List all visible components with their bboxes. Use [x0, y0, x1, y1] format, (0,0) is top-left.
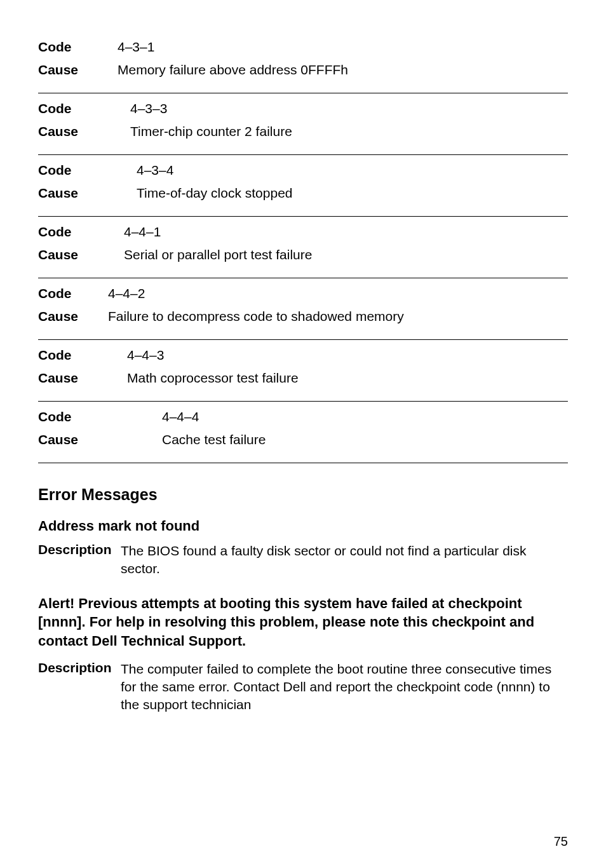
description-text: The computer failed to complete the boot…: [121, 660, 568, 714]
cause-label: Cause: [38, 247, 108, 262]
section-heading: Error Messages: [38, 485, 568, 504]
cause-value: Memory failure above address 0FFFFh: [108, 62, 348, 78]
cause-label: Cause: [38, 186, 108, 201]
beep-code-table: Code 4–3–1 Cause Memory failure above ad…: [38, 32, 568, 463]
code-entry: Code 4–3–4 Cause Time-of-day clock stopp…: [38, 155, 568, 216]
cause-label: Cause: [38, 124, 108, 139]
code-entry: Code 4–4–1 Cause Serial or parallel port…: [38, 217, 568, 278]
cause-value: Time-of-day clock stopped: [108, 186, 293, 201]
code-label: Code: [38, 101, 108, 116]
code-value: 4–4–2: [108, 286, 145, 301]
cause-value: Timer-chip counter 2 failure: [108, 124, 292, 139]
code-label: Code: [38, 409, 108, 424]
description-text: The BIOS found a faulty disk sector or c…: [121, 542, 568, 578]
code-entry: Code 4–3–3 Cause Timer-chip counter 2 fa…: [38, 93, 568, 154]
code-entry: Code 4–4–4 Cause Cache test failure: [38, 402, 568, 463]
code-label: Code: [38, 348, 108, 363]
error-title: Alert! Previous attempts at booting this…: [38, 594, 568, 651]
cause-value: Serial or parallel port test failure: [108, 247, 312, 262]
code-label: Code: [38, 163, 108, 178]
code-entry: Code 4–4–3 Cause Math coprocessor test f…: [38, 340, 568, 401]
code-value: 4–4–4: [108, 409, 199, 424]
cause-value: Cache test failure: [108, 432, 266, 447]
error-title: Address mark not found: [38, 518, 568, 534]
code-value: 4–3–4: [108, 163, 173, 178]
cause-value: Failure to decompress code to shadowed m…: [108, 309, 404, 324]
divider: [38, 463, 568, 463]
cause-label: Cause: [38, 62, 108, 78]
code-value: 4–4–3: [108, 348, 164, 363]
page-number: 75: [554, 834, 568, 849]
cause-value: Math coprocessor test failure: [108, 370, 299, 386]
code-label: Code: [38, 224, 108, 240]
code-value: 4–3–3: [108, 101, 167, 116]
code-entry: Code 4–3–1 Cause Memory failure above ad…: [38, 32, 568, 93]
cause-label: Cause: [38, 432, 108, 447]
cause-label: Cause: [38, 370, 108, 386]
cause-label: Cause: [38, 309, 108, 324]
description-row: Description The BIOS found a faulty disk…: [38, 542, 568, 578]
description-row: Description The computer failed to compl…: [38, 660, 568, 714]
description-label: Description: [38, 660, 121, 714]
description-label: Description: [38, 542, 121, 578]
code-value: 4–4–1: [108, 224, 161, 240]
code-value: 4–3–1: [108, 39, 154, 55]
code-entry: Code 4–4–2 Cause Failure to decompress c…: [38, 278, 568, 339]
code-label: Code: [38, 39, 108, 55]
code-label: Code: [38, 286, 108, 301]
